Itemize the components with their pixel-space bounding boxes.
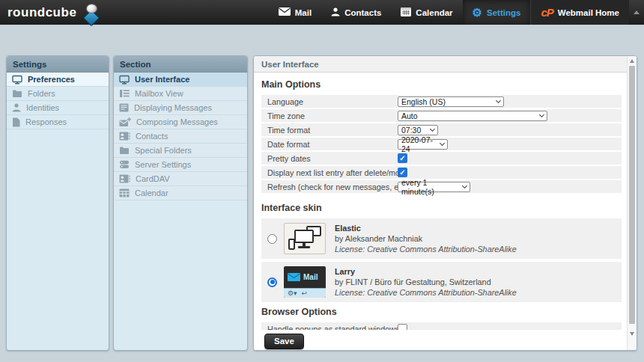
nav-webmail-home-label: Webmail Home bbox=[558, 8, 619, 17]
gear-icon: ⚙▾ bbox=[288, 290, 297, 297]
refresh-interval-select-value: every 1 minute(s) bbox=[401, 178, 457, 196]
field-label: Language bbox=[267, 97, 398, 106]
section-item-label: CardDAV bbox=[136, 174, 170, 183]
skin-info: Elastic by Aleksander Machniak License: … bbox=[335, 223, 517, 254]
collapse-arrow-icon bbox=[634, 10, 640, 14]
calendar-icon bbox=[119, 188, 130, 197]
larry-skin-thumbnail[interactable]: Mail ⚙▾ ↩ bbox=[284, 266, 326, 298]
field-label: Date format bbox=[267, 140, 398, 149]
mail-icon bbox=[279, 7, 291, 17]
roundcube-cube-icon bbox=[80, 4, 104, 26]
nav-calendar[interactable]: Calendar bbox=[391, 0, 462, 25]
monitor-icon bbox=[12, 75, 22, 85]
elastic-skin-thumbnail[interactable] bbox=[284, 223, 326, 254]
nav-contacts-label: Contacts bbox=[344, 8, 381, 17]
nav-mail[interactable]: Mail bbox=[269, 0, 321, 25]
calendar-icon bbox=[401, 7, 411, 18]
scrollbar bbox=[627, 56, 637, 350]
nav-webmail-home[interactable]: cP Webmail Home bbox=[530, 0, 629, 25]
timezone-select[interactable]: Auto bbox=[398, 111, 547, 121]
preferences-content-panel: User Interface Main Options Language Eng… bbox=[253, 55, 637, 351]
content-footer: Save bbox=[254, 330, 627, 350]
nav-settings-label: Settings bbox=[487, 8, 520, 17]
section-item-contacts[interactable]: Contacts bbox=[114, 129, 247, 144]
scroll-up-arrow[interactable] bbox=[630, 59, 634, 63]
roundcube-settings-screen: roundcube Mail Contacts bbox=[0, 0, 644, 362]
timezone-select-value: Auto bbox=[401, 111, 418, 120]
nav-contacts[interactable]: Contacts bbox=[321, 0, 391, 25]
skin-option-elastic: Elastic by Aleksander Machniak License: … bbox=[261, 218, 622, 259]
contacts-icon bbox=[331, 7, 340, 18]
form-row-pretty-dates: Pretty dates ✓ bbox=[261, 152, 622, 165]
mail-icon bbox=[288, 273, 300, 281]
vcard-icon bbox=[119, 132, 130, 141]
server-icon bbox=[119, 160, 130, 169]
skin-license: License: Creative Commons Attribution-Sh… bbox=[335, 287, 517, 298]
skin-license: License: Creative Commons Attribution-Sh… bbox=[335, 244, 517, 254]
form-row-date-format: Date format 2020-07-24 bbox=[261, 138, 622, 150]
sidebar-item-preferences[interactable]: Preferences bbox=[7, 73, 109, 87]
section-item-mailbox-view[interactable]: Mailbox View bbox=[114, 87, 247, 101]
section-item-composing-messages[interactable]: Composing Messages bbox=[114, 115, 247, 129]
date-format-select[interactable]: 2020-07-24 bbox=[398, 139, 448, 150]
time-format-select[interactable]: 07:30 bbox=[398, 125, 438, 135]
sidebar-item-responses[interactable]: Responses bbox=[7, 115, 109, 129]
skin-author: by FLINT / Büro für Gestaltung, Switzerl… bbox=[335, 277, 517, 287]
form-row-timezone: Time zone Auto bbox=[261, 109, 622, 122]
language-select[interactable]: English (US) bbox=[398, 96, 504, 107]
form-row-popups: Handle popups as standard windows bbox=[261, 322, 622, 330]
section-item-user-interface[interactable]: User Interface bbox=[114, 73, 247, 87]
section-item-server-settings[interactable]: Server Settings bbox=[114, 158, 247, 172]
section-item-label: Contacts bbox=[136, 132, 168, 141]
section-item-label: Special Folders bbox=[135, 146, 192, 155]
chevron-down-icon bbox=[440, 141, 445, 146]
reply-arrow-icon: ↩ bbox=[302, 290, 308, 297]
scrollbar-thumb[interactable] bbox=[629, 66, 635, 324]
sidebar-item-folders[interactable]: Folders bbox=[7, 87, 109, 101]
section-item-calendar[interactable]: Calendar bbox=[114, 186, 247, 200]
person-icon bbox=[12, 103, 21, 112]
time-format-select-value: 07:30 bbox=[401, 126, 421, 135]
section-item-label: Mailbox View bbox=[135, 89, 183, 98]
field-label: Time zone bbox=[267, 111, 398, 120]
popups-checkbox[interactable] bbox=[398, 324, 407, 330]
larry-thumb-mail-label: Mail bbox=[303, 273, 318, 281]
skin-name: Elastic bbox=[335, 223, 517, 233]
section-item-carddav[interactable]: CardDAV bbox=[114, 172, 247, 186]
chevron-down-icon bbox=[430, 126, 435, 132]
language-select-value: English (US) bbox=[401, 97, 446, 106]
next-entry-checkbox[interactable]: ✓ bbox=[398, 168, 407, 177]
refresh-interval-select[interactable]: every 1 minute(s) bbox=[398, 182, 470, 192]
main-options-heading: Main Options bbox=[261, 79, 627, 90]
larry-skin-radio[interactable] bbox=[267, 277, 277, 287]
section-item-label: Calendar bbox=[135, 188, 168, 197]
compose-envelope-icon bbox=[119, 117, 131, 127]
scroll-down-arrow[interactable] bbox=[630, 332, 634, 336]
taskbar-collapse-button[interactable] bbox=[629, 0, 644, 25]
field-label: Display next list entry after delete/mov… bbox=[267, 168, 398, 177]
save-button[interactable]: Save bbox=[264, 334, 304, 349]
sidebar-item-label: Identities bbox=[26, 103, 59, 112]
section-item-displaying-messages[interactable]: Displaying Messages bbox=[114, 101, 247, 115]
skin-author: by Aleksander Machniak bbox=[335, 233, 517, 244]
taskbar: roundcube Mail Contacts bbox=[0, 0, 644, 25]
sidebar-item-identities[interactable]: Identities bbox=[7, 101, 109, 115]
field-label: Refresh (check for new messages, etc.) bbox=[267, 182, 398, 191]
section-item-label: Displaying Messages bbox=[134, 103, 212, 112]
content-title: User Interface bbox=[254, 56, 637, 73]
nav-settings[interactable]: ⚙ Settings bbox=[463, 0, 531, 25]
settings-panel-title: Settings bbox=[7, 56, 109, 73]
section-item-special-folders[interactable]: Special Folders bbox=[114, 144, 247, 158]
elastic-skin-radio[interactable] bbox=[267, 234, 277, 244]
pretty-dates-checkbox[interactable]: ✓ bbox=[398, 153, 407, 163]
section-panel: Section User Interface Mailbox View Disp… bbox=[113, 55, 248, 351]
field-label: Handle popups as standard windows bbox=[267, 325, 398, 331]
folder-icon bbox=[119, 146, 130, 155]
skin-name: Larry bbox=[335, 266, 517, 277]
content-scroll-area: Main Options Language English (US) Time … bbox=[254, 73, 627, 330]
taskbar-nav: Mail Contacts Calendar ⚙ Settings cP W bbox=[269, 0, 644, 25]
roundcube-logo-text: roundcube bbox=[7, 5, 76, 20]
nav-calendar-label: Calendar bbox=[416, 8, 452, 17]
sidebar-item-label: Preferences bbox=[28, 75, 75, 84]
field-label: Pretty dates bbox=[267, 154, 398, 163]
